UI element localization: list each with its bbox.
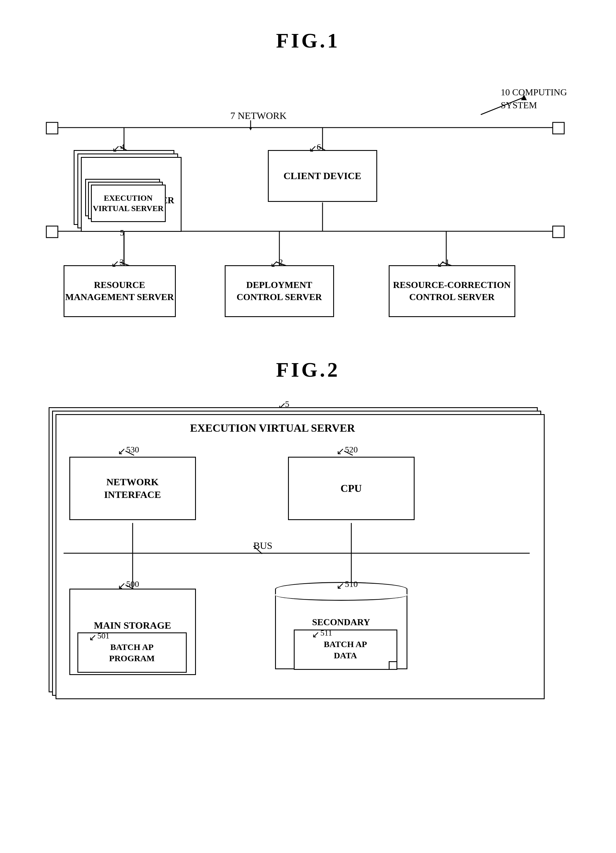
- ref511-arrow: ↙: [312, 629, 320, 640]
- ref520-label: 520: [345, 445, 358, 454]
- exec-virt-server-box: EXECUTIONVIRTUAL SERVER: [91, 185, 166, 222]
- ref520-arrow: ↙: [336, 445, 344, 457]
- ref501-arrow: ↙: [89, 632, 97, 643]
- ref510-arrow: ↙: [336, 580, 344, 591]
- ref6-label: 6: [317, 142, 321, 152]
- deployment-ctrl-server-box: DEPLOYMENTCONTROL SERVER: [225, 265, 334, 317]
- fig2-title: FIG.2: [23, 358, 593, 382]
- network-interface-box: NETWORKINTERFACE: [69, 457, 196, 520]
- fig1-title: FIG.1: [23, 29, 593, 53]
- ref3-arrow: ↙: [111, 258, 119, 269]
- ref500-arrow: ↙: [118, 580, 126, 591]
- ref6-arrow: ↙: [309, 143, 317, 154]
- computing-system-label: 10 COMPUTING SYSTEM: [501, 86, 567, 112]
- resource-mgmt-server-box: RESOURCEMANAGEMENT SERVER: [64, 265, 176, 317]
- svg-rect-4: [46, 226, 58, 238]
- ref5-label: 5: [120, 228, 124, 238]
- svg-marker-16: [249, 127, 252, 131]
- fig2-container: 5 ↙ EXECUTION VIRTUAL SERVER: [35, 399, 581, 701]
- svg-rect-5: [553, 226, 564, 238]
- client-device-box: CLIENT DEVICE: [268, 150, 377, 202]
- page: FIG.1: [0, 0, 616, 719]
- ref3-label: 3: [120, 257, 124, 267]
- ref501-label: 501: [98, 631, 110, 641]
- svg-rect-2: [46, 122, 58, 134]
- ref2-arrow: ↙: [270, 258, 278, 269]
- svg-rect-3: [553, 122, 564, 134]
- ref2-label: 2: [279, 257, 283, 267]
- bus-label: BUS: [253, 540, 272, 551]
- ref4-label: 4: [121, 142, 125, 152]
- ref530-label: 530: [126, 445, 139, 454]
- ref4-arrow: ↙: [112, 143, 120, 154]
- cpu-box: CPU: [288, 457, 415, 520]
- ref1-arrow: ↙: [437, 258, 445, 269]
- ref500-label: 500: [126, 579, 139, 589]
- resource-correction-ctrl-server-box: RESOURCE-CORRECTIONCONTROL SERVER: [389, 265, 515, 317]
- ref511-label: 511: [321, 628, 332, 637]
- fig1-container: 10 COMPUTING SYSTEM 7 NETWORK EXECUTIONP…: [35, 70, 581, 329]
- network-label: 7 NETWORK: [230, 110, 286, 121]
- ref530-arrow: ↙: [118, 445, 126, 457]
- batch-ap-data-box: BATCH APDATA: [294, 630, 397, 670]
- ref1-label: 1: [445, 257, 450, 267]
- ref510-label: 510: [345, 579, 358, 589]
